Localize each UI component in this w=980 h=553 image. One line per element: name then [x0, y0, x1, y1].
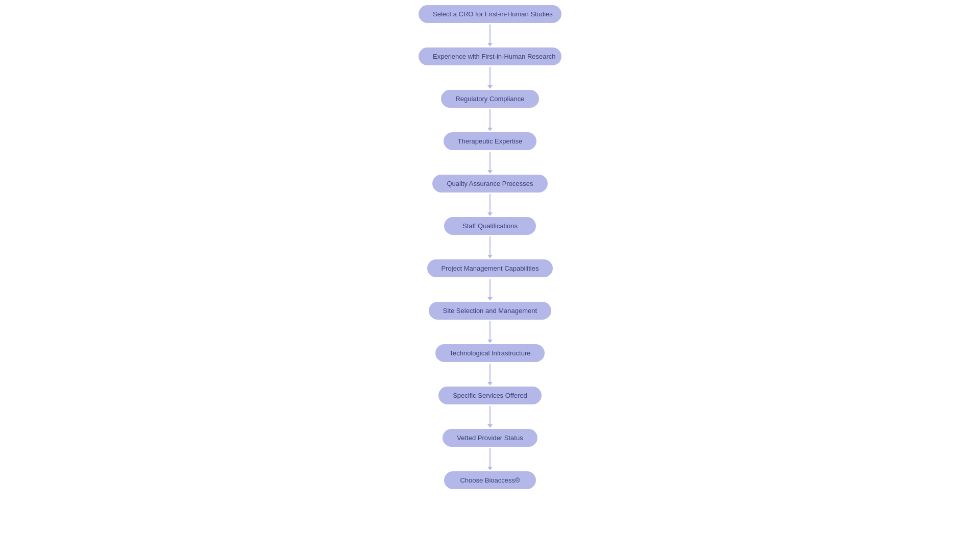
node-12[interactable]: Choose Bioaccess® — [444, 471, 536, 489]
connector-7 — [487, 277, 493, 302]
connector-2 — [487, 65, 493, 90]
node-6[interactable]: Staff Qualifications — [444, 217, 536, 235]
node-10[interactable]: Specific Services Offered — [438, 387, 542, 404]
node-3[interactable]: Regulatory Compliance — [441, 90, 538, 108]
node-11[interactable]: Vetted Provider Status — [443, 429, 537, 447]
connector-6 — [487, 235, 493, 259]
node-4[interactable]: Therapeutic Expertise — [444, 132, 536, 150]
flowchart-container: Select a CRO for First-in-Human StudiesE… — [0, 0, 980, 489]
node-1[interactable]: Select a CRO for First-in-Human Studies — [419, 5, 561, 23]
connector-4 — [487, 150, 493, 175]
connector-9 — [487, 362, 493, 387]
connector-3 — [487, 108, 493, 132]
node-2[interactable]: Experience with First-in-Human Research — [419, 47, 561, 65]
connector-5 — [487, 193, 493, 217]
connector-8 — [487, 320, 493, 344]
connector-1 — [487, 23, 493, 47]
node-9[interactable]: Technological Infrastructure — [435, 344, 545, 362]
node-8[interactable]: Site Selection and Management — [429, 302, 551, 320]
node-7[interactable]: Project Management Capabilities — [427, 259, 553, 277]
connector-11 — [487, 447, 493, 471]
connector-10 — [487, 404, 493, 429]
node-5[interactable]: Quality Assurance Processes — [432, 175, 547, 193]
